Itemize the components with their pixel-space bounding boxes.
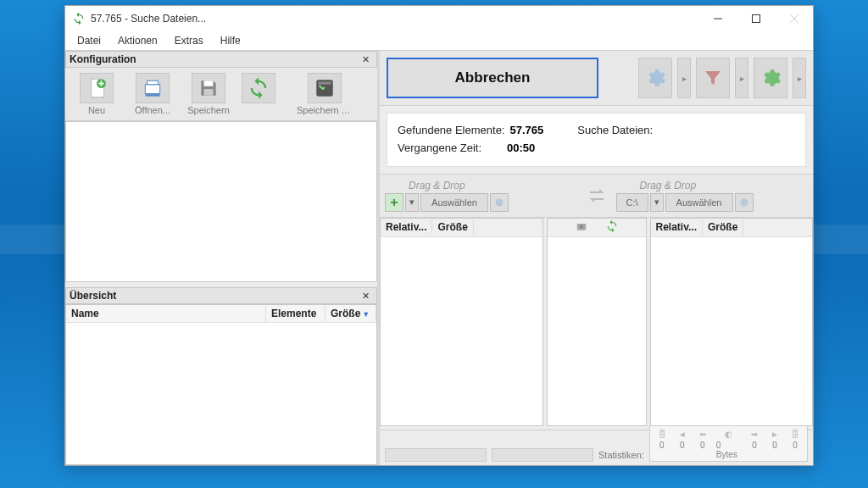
db2-icon: 🗄 <box>788 428 802 440</box>
time-label: Vergangene Zeit: <box>398 140 481 158</box>
swap-icon[interactable] <box>581 187 613 204</box>
save-as-button[interactable]: Speichern unter... <box>282 71 367 117</box>
status-bar: Statistiken: 🗄0 ◄0 ⬅0 ◐0 Bytes ➡0 ►0 🗄0 <box>380 430 813 465</box>
results-row: Relativ... Größe Relativ... Größe <box>380 218 813 430</box>
camera-icon[interactable] <box>575 220 588 235</box>
col-rel-right[interactable]: Relativ... <box>651 219 703 235</box>
time-value: 00:50 <box>507 140 535 158</box>
results-left-panel[interactable]: Relativ... Größe <box>380 218 543 426</box>
pie-icon: ◐ <box>721 428 735 440</box>
globe-right-icon[interactable] <box>735 193 754 212</box>
db-icon: 🗄 <box>655 428 669 440</box>
found-value: 57.765 <box>509 122 543 140</box>
svg-rect-8 <box>204 80 214 86</box>
gear-blue-button[interactable] <box>638 58 672 98</box>
overview-close-icon[interactable]: ✕ <box>359 291 373 302</box>
refresh-icon[interactable] <box>605 219 619 236</box>
col-size[interactable]: Größe▼ <box>326 305 376 322</box>
sync-icon <box>72 12 86 25</box>
svg-rect-9 <box>204 89 214 96</box>
open-button[interactable]: Öffnen... <box>126 71 179 117</box>
select-right-button[interactable]: Auswählen <box>665 193 733 212</box>
close-button[interactable] <box>775 6 813 31</box>
sync-button[interactable] <box>238 71 279 117</box>
filter-button[interactable] <box>696 58 730 98</box>
app-window: 57.765 - Suche Dateien... Datei Aktionen… <box>64 5 814 466</box>
save-button[interactable]: Speichern <box>182 71 235 117</box>
col-size-left[interactable]: Größe <box>432 219 473 235</box>
config-header-label: Konfiguration <box>70 53 136 65</box>
status-seg-1 <box>385 448 487 462</box>
col-elements[interactable]: Elemente <box>266 305 326 322</box>
minimize-button[interactable] <box>698 6 737 31</box>
status-seg-2 <box>492 448 593 462</box>
dragdrop-label-right: Drag & Drop <box>616 180 809 191</box>
overview-header: Übersicht ✕ <box>65 287 377 304</box>
drag-drop-row: Drag & Drop ▾ Auswählen Drag & Drop C:\ <box>380 174 813 218</box>
svg-point-12 <box>496 198 504 206</box>
filter-dropdown[interactable]: ▸ <box>735 58 748 98</box>
config-toolbar: Neu Öffnen... Speichern Speichern unter.… <box>65 68 377 121</box>
action-toolbar: Abbrechen ▸ ▸ ▸ <box>380 51 813 106</box>
overview-table[interactable]: Name Elemente Größe▼ <box>65 304 377 465</box>
svg-point-15 <box>579 225 583 229</box>
titlebar[interactable]: 57.765 - Suche Dateien... <box>65 6 813 31</box>
menu-datei[interactable]: Datei <box>70 33 108 48</box>
menu-hilfe[interactable]: Hilfe <box>214 33 248 48</box>
overview-header-label: Übersicht <box>70 290 116 302</box>
dragdrop-label-left: Drag & Drop <box>385 180 577 191</box>
window-title: 57.765 - Suche Dateien... <box>91 13 698 25</box>
select-left-button[interactable]: Auswählen <box>420 193 488 212</box>
arrow-right2-icon: ► <box>768 428 782 440</box>
arrow-left-icon: ◄ <box>676 428 689 440</box>
col-rel-left[interactable]: Relativ... <box>381 219 432 235</box>
add-left-button[interactable] <box>385 193 403 212</box>
maximize-button[interactable] <box>737 6 775 31</box>
stats-group: 🗄0 ◄0 ⬅0 ◐0 Bytes ➡0 ►0 🗄0 <box>649 425 808 462</box>
found-label: Gefundene Elemente: <box>398 122 504 140</box>
col-size-right[interactable]: Größe <box>703 219 743 235</box>
svg-point-13 <box>740 198 748 206</box>
svg-rect-6 <box>147 80 159 84</box>
globe-left-icon[interactable] <box>490 193 509 212</box>
menu-aktionen[interactable]: Aktionen <box>111 33 164 48</box>
menu-extras[interactable]: Extras <box>168 33 210 48</box>
status-box: Gefundene Elemente: 57.765 Vergangene Ze… <box>387 113 806 167</box>
gear-green-dropdown[interactable]: ▸ <box>793 58 806 98</box>
new-button[interactable]: Neu <box>70 71 123 117</box>
dd-right-dropdown[interactable]: ▾ <box>650 193 664 212</box>
config-close-icon[interactable]: ✕ <box>359 54 373 65</box>
dd-left-dropdown[interactable]: ▾ <box>405 193 419 212</box>
sort-indicator-icon: ▼ <box>362 310 370 319</box>
search-label: Suche Dateien: <box>577 122 653 140</box>
svg-rect-5 <box>145 85 159 94</box>
cancel-button[interactable]: Abbrechen <box>387 58 598 98</box>
config-header: Konfiguration ✕ <box>65 51 377 68</box>
svg-rect-7 <box>145 94 159 97</box>
results-right-panel[interactable]: Relativ... Größe <box>650 218 814 426</box>
arrow-right-icon: ➡ <box>748 428 761 440</box>
svg-rect-1 <box>752 15 760 23</box>
path-right-field[interactable]: C:\ <box>616 193 648 212</box>
results-mid-panel[interactable] <box>547 218 647 426</box>
gear-blue-dropdown[interactable]: ▸ <box>677 58 691 98</box>
config-list[interactable] <box>65 121 377 282</box>
arrow-left2-icon: ⬅ <box>696 428 709 440</box>
col-name[interactable]: Name <box>66 305 266 322</box>
menubar: Datei Aktionen Extras Hilfe <box>65 31 813 50</box>
svg-rect-11 <box>318 81 331 84</box>
gear-green-button[interactable] <box>754 58 787 98</box>
stats-label: Statistiken: <box>598 450 644 460</box>
